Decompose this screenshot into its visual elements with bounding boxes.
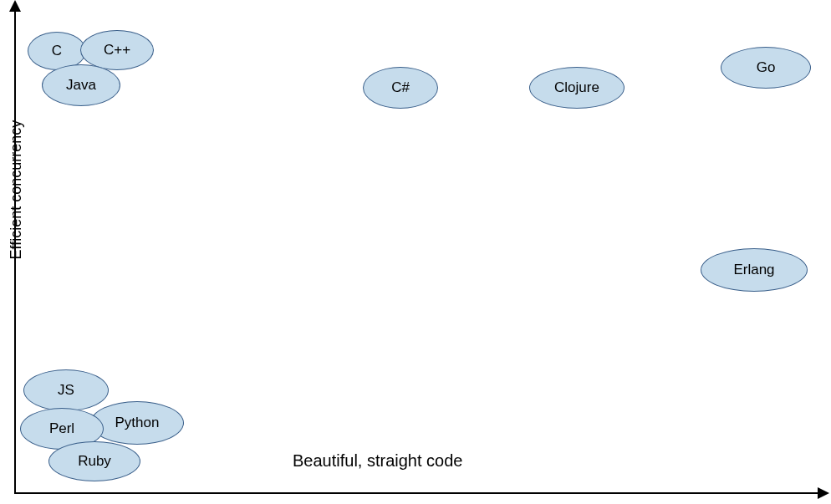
bubble-js: JS (23, 369, 109, 411)
bubble-label: Clojure (554, 79, 599, 96)
bubble-label: Erlang (733, 262, 774, 278)
scatter-chart: Efficient concurrency Beautiful, straigh… (0, 0, 831, 504)
bubble-label: Python (115, 415, 160, 431)
bubble-label: Java (66, 77, 96, 94)
bubble-label: C++ (104, 42, 130, 59)
bubble-csharp: C# (363, 67, 438, 109)
bubble-label: Perl (49, 420, 74, 437)
x-axis-arrow-icon (818, 487, 829, 499)
bubble-label: C# (391, 79, 410, 96)
bubble-go: Go (721, 47, 811, 89)
bubble-label: C (52, 43, 62, 59)
bubble-label: Ruby (78, 453, 111, 470)
y-axis-label: Efficient concurrency (8, 120, 25, 260)
bubble-cpp: C++ (80, 30, 154, 70)
bubble-ruby: Ruby (48, 441, 140, 481)
bubble-label: Go (757, 59, 776, 76)
y-axis-arrow-icon (9, 0, 21, 12)
bubble-python: Python (90, 401, 184, 445)
bubble-erlang: Erlang (701, 248, 808, 292)
bubble-clojure: Clojure (529, 67, 625, 109)
x-axis-label: Beautiful, straight code (293, 451, 462, 471)
bubble-label: JS (58, 382, 74, 399)
bubble-java: Java (42, 64, 120, 106)
x-axis-line (14, 492, 823, 494)
